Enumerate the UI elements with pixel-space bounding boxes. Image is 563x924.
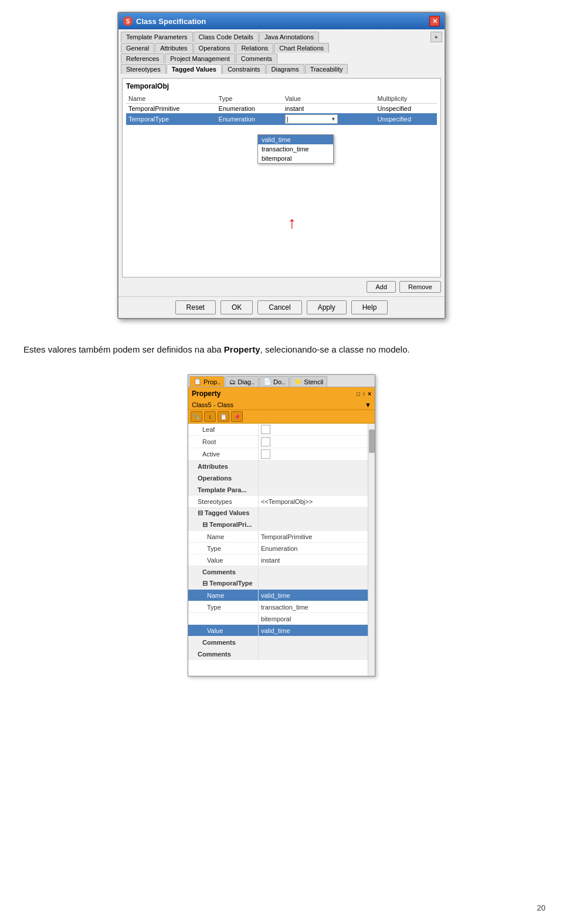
prop-row-active[interactable]: Active xyxy=(188,448,368,461)
prop-row-tt-type2[interactable]: bitemporal xyxy=(188,613,368,625)
prop-row-template-para[interactable]: Template Para... xyxy=(188,484,368,496)
reset-button[interactable]: Reset xyxy=(175,300,216,314)
prop-key-tt-type2 xyxy=(188,613,259,624)
prop-val-temporalpri xyxy=(259,519,368,530)
class-specification-dialog: S Class Specification ✕ Template Paramet… xyxy=(117,12,446,319)
prop-key-attributes: Attributes xyxy=(188,461,259,472)
ok-button[interactable]: OK xyxy=(221,300,253,314)
tab-general[interactable]: General xyxy=(121,43,154,53)
prop-pin-icon[interactable]: ↑ xyxy=(362,391,365,397)
prop-val-root xyxy=(259,436,368,448)
prop-row-comments2[interactable]: Comments xyxy=(188,637,368,648)
prop-key-tp-value: Value xyxy=(188,554,259,566)
prop-row-attributes[interactable]: Attributes xyxy=(188,461,368,472)
prop-key-operations: Operations xyxy=(188,472,259,483)
table-row[interactable]: TemporalPrimitive Enumeration instant Un… xyxy=(126,104,437,114)
tab-tagged-values[interactable]: Tagged Values xyxy=(167,64,222,74)
prop-row-tp-type[interactable]: Type Enumeration xyxy=(188,543,368,554)
close-button[interactable]: ✕ xyxy=(429,16,440,26)
dropdown-arrow-icon[interactable]: ▼ xyxy=(331,116,336,122)
value-dropdown[interactable]: valid_time transaction_time bitemporal xyxy=(257,134,334,164)
help-button[interactable]: Help xyxy=(351,300,388,314)
cell-value-selected: | ▼ xyxy=(283,113,375,125)
prop-row-tp-value[interactable]: Value instant xyxy=(188,554,368,566)
prop-row-tt-type[interactable]: Type transaction_time xyxy=(188,601,368,613)
tab-attributes[interactable]: Attributes xyxy=(155,43,192,53)
table-row-selected[interactable]: TemporalType Enumeration | ▼ Unspecified xyxy=(126,113,437,125)
dropdown-item-bitemporal[interactable]: bitemporal xyxy=(258,154,333,163)
prop-tool-copy[interactable]: 📋 xyxy=(218,411,229,422)
property-subheader: Class5 - Class ▼ xyxy=(188,400,375,410)
tab-comments[interactable]: Comments xyxy=(236,53,277,63)
checkbox-active[interactable] xyxy=(261,449,270,459)
tagged-values-panel: TemporalObj Name Type Value Multiplicity xyxy=(122,78,441,277)
add-tab-button[interactable]: + xyxy=(430,32,442,42)
col-type: Type xyxy=(216,94,283,104)
dropdown-item-valid-time[interactable]: valid_time xyxy=(258,135,333,144)
panel-bottom-buttons: Add Remove xyxy=(122,281,441,293)
tab-project-management[interactable]: Project Management xyxy=(165,53,235,63)
prop-row-operations[interactable]: Operations xyxy=(188,472,368,484)
checkbox-leaf[interactable] xyxy=(261,425,270,434)
tab-class-code-details[interactable]: Class Code Details xyxy=(194,32,259,42)
prop-row-comments1[interactable]: Comments xyxy=(188,566,368,578)
prop-row-temporaltype[interactable]: ⊟ TemporalType xyxy=(188,578,368,590)
prop-row-root[interactable]: Root xyxy=(188,436,368,448)
prop-close-icon[interactable]: × xyxy=(368,391,371,397)
tab-diagrams[interactable]: Diagrams xyxy=(266,64,304,74)
prop-val-tt-value: valid_time xyxy=(259,625,368,636)
tab-relations[interactable]: Relations xyxy=(236,43,273,53)
add-button[interactable]: Add xyxy=(367,281,396,293)
scrollbar-thumb[interactable] xyxy=(369,429,375,453)
paragraph-bold: Property xyxy=(224,344,260,354)
prop-tab-stencil[interactable]: ⭐ Stencil xyxy=(290,376,327,387)
tab-stereotypes[interactable]: Stereotypes xyxy=(121,64,166,74)
prop-row-stereotypes[interactable]: Stereotypes <<TemporalObj>> xyxy=(188,496,368,507)
prop-key-tagged-values: ⊟ Tagged Values xyxy=(188,507,259,519)
property-scrollbar[interactable] xyxy=(368,424,375,676)
prop-tab-do[interactable]: 📄 Do.. xyxy=(259,376,289,387)
property-content-wrapper: Leaf Root Active Attributes Operations xyxy=(188,424,375,676)
cell-type: Enumeration xyxy=(216,104,283,114)
prop-row-leaf[interactable]: Leaf xyxy=(188,424,368,436)
tab-operations[interactable]: Operations xyxy=(194,43,236,53)
tab-template-parameters[interactable]: Template Parameters xyxy=(121,32,193,42)
dropdown-input-display[interactable]: | xyxy=(287,116,331,123)
prop-val-comments2 xyxy=(259,637,368,648)
apply-button[interactable]: Apply xyxy=(307,300,347,314)
prop-row-tt-name[interactable]: Name valid_time xyxy=(188,590,368,601)
prop-row-comments3[interactable]: Comments xyxy=(188,648,368,660)
property-content: Leaf Root Active Attributes Operations xyxy=(188,424,368,676)
tab-constraints[interactable]: Constraints xyxy=(222,64,266,74)
prop-dock-icon[interactable]: □ xyxy=(357,391,360,397)
prop-val-stereotypes: <<TemporalObj>> xyxy=(259,496,368,507)
prop-tool-order[interactable]: ↕ xyxy=(204,411,216,422)
stencil-tab-label: Stencil xyxy=(304,378,323,385)
cancel-button[interactable]: Cancel xyxy=(257,300,301,314)
prop-row-tagged-values[interactable]: ⊟ Tagged Values xyxy=(188,507,368,519)
tab-traceability[interactable]: Traceability xyxy=(305,64,348,74)
prop-row-temporalpri[interactable]: ⊟ TemporalPri... xyxy=(188,519,368,531)
page-number: 20 xyxy=(537,903,545,912)
prop-key-tp-name: Name xyxy=(188,531,259,542)
prop-tab-diagram[interactable]: 🗂 Diag.. xyxy=(225,376,259,387)
tab-chart-relations[interactable]: Chart Relations xyxy=(274,43,329,53)
prop-tool-sort[interactable]: 🔧 xyxy=(191,411,202,422)
property-toolbar: 🔧 ↕ 📋 📌 xyxy=(188,410,375,424)
remove-button[interactable]: Remove xyxy=(399,281,441,293)
tab-java-annotations[interactable]: Java Annotations xyxy=(259,32,319,42)
tab-references[interactable]: References xyxy=(121,53,164,63)
prop-val-tt-type: transaction_time xyxy=(259,601,368,612)
prop-val-leaf xyxy=(259,424,368,435)
prop-tool-pin[interactable]: 📌 xyxy=(231,411,243,422)
checkbox-root[interactable] xyxy=(261,437,270,446)
dropdown-arrow-subheader[interactable]: ▼ xyxy=(365,401,371,408)
prop-row-tp-name[interactable]: Name TemporalPrimitive xyxy=(188,531,368,543)
prop-tab-property[interactable]: 📋 Prop.. xyxy=(189,376,225,387)
cell-value: instant xyxy=(283,104,375,114)
prop-tab-label: Prop.. xyxy=(204,378,221,385)
tab-row-1: Template Parameters Class Code Details J… xyxy=(121,32,442,42)
dropdown-item-transaction-time[interactable]: transaction_time xyxy=(258,144,333,154)
prop-row-tt-value[interactable]: Value valid_time xyxy=(188,625,368,637)
prop-key-active: Active xyxy=(188,448,259,460)
